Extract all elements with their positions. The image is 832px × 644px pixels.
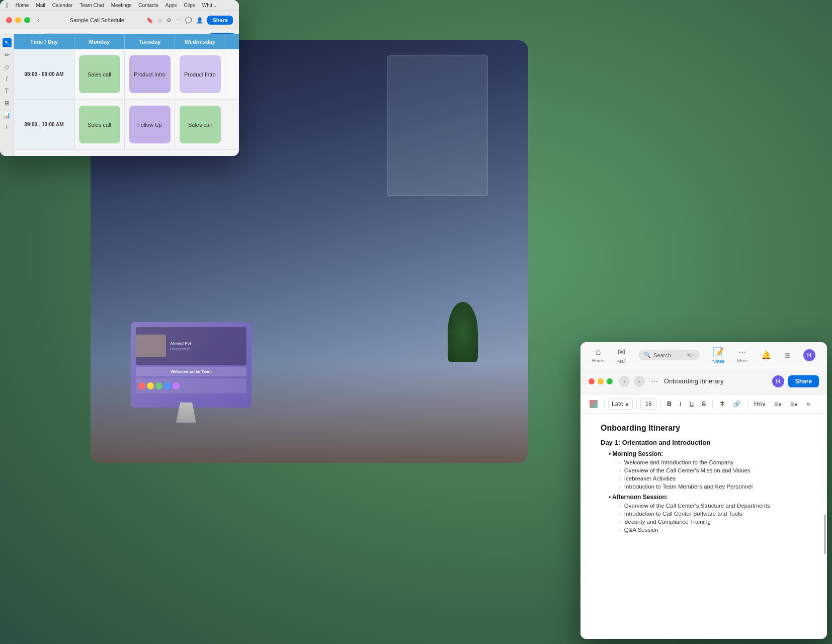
- scrollbar[interactable]: [824, 514, 826, 554]
- menu-insert[interactable]: Team Chat: [79, 3, 104, 8]
- bookmark-icon[interactable]: 🔖: [146, 17, 153, 24]
- menu-tools[interactable]: Contacts: [138, 3, 158, 8]
- line-tool[interactable]: /: [3, 74, 12, 84]
- minimize-button[interactable]: [15, 17, 21, 23]
- notes-search-bar[interactable]: 🔍 Search ⌘F: [639, 350, 699, 360]
- comment-icon[interactable]: 💬: [185, 17, 192, 24]
- notes-window: ⌂ Home ✉ Mail 🔍 Search ⌘F 📝 Notes ··· Mo…: [580, 342, 827, 639]
- list-item: ○ Overview of the Call Center's Structur…: [601, 503, 807, 509]
- shapes-tool[interactable]: ◇: [3, 62, 12, 71]
- item-text: Introduction to Team Members and Key Per…: [624, 484, 753, 490]
- text-tool[interactable]: T: [3, 87, 12, 96]
- bold-button[interactable]: B: [664, 399, 675, 409]
- window-titlebar: ‹ Sample Call Schedule 🔖 ☆ ⚙ ⋯ 💬 👤 Share: [0, 11, 239, 29]
- sub-bullet-icon: ○: [619, 469, 621, 473]
- item-text: Overview of the Call Center's Structure …: [624, 503, 770, 509]
- time-cell-1: 08:00 - 09:00 AM: [14, 49, 74, 99]
- header-wednesday: Wednesday: [175, 34, 225, 49]
- align-selector[interactable]: ≡ ∨: [771, 399, 785, 409]
- menu-edit[interactable]: Mail: [36, 3, 45, 8]
- sub-bullet-icon: ○: [619, 512, 621, 517]
- header-time: Time / Day: [14, 34, 74, 49]
- people-icon[interactable]: 👤: [196, 17, 203, 24]
- app-home[interactable]: ⌂ Home: [592, 347, 604, 363]
- close-button[interactable]: [589, 378, 595, 384]
- list-item: ○ Icebreaker Activities: [601, 475, 807, 481]
- back-button[interactable]: ‹: [33, 15, 43, 25]
- menu-format[interactable]: Meetings: [111, 3, 132, 8]
- text-color-button[interactable]: [587, 398, 601, 410]
- morning-session-header: • Morning Session:: [601, 450, 807, 457]
- event-card-product-intro-tue[interactable]: Product Intro: [129, 55, 171, 93]
- desk-monitor: Ahmed Pol I'm a product... Welcome to th…: [121, 322, 262, 423]
- close-button[interactable]: [6, 17, 12, 23]
- event-tue-1[interactable]: Product Intro: [125, 49, 175, 99]
- list-item: ○ Introduction to Team Members and Key P…: [601, 484, 807, 490]
- event-card-sales-call-2[interactable]: Sales call: [79, 106, 120, 143]
- item-text: Security and Compliance Training: [624, 519, 711, 525]
- link-button[interactable]: 🔗: [730, 399, 743, 409]
- event-mon-2[interactable]: Sales call: [74, 100, 125, 149]
- app-more[interactable]: ··· More: [737, 347, 748, 363]
- highlight-button[interactable]: ⚗: [716, 399, 728, 409]
- event-wed-2[interactable]: Sales call: [175, 100, 225, 149]
- event-card-sales-call-3[interactable]: Sales call: [180, 106, 221, 143]
- menu-view[interactable]: Calendar: [52, 3, 73, 8]
- event-card-follow-up[interactable]: Follow Up: [129, 106, 171, 143]
- menu-window[interactable]: Apps: [165, 3, 177, 8]
- apple-menu[interactable]: : [6, 2, 9, 9]
- nav-forward[interactable]: ›: [634, 376, 645, 387]
- app-mail[interactable]: ✉ Mail: [617, 347, 626, 364]
- cursor-tool[interactable]: ↖: [3, 38, 12, 47]
- more-icon[interactable]: ⋯: [176, 17, 181, 24]
- notification-icon[interactable]: 🔔: [761, 350, 771, 360]
- event-wed-1[interactable]: Product Intro: [175, 49, 225, 99]
- chevron-down-icon: ∨: [762, 400, 766, 408]
- separator-1: [604, 399, 605, 409]
- media-tool[interactable]: ⊞: [3, 99, 12, 108]
- menu-help[interactable]: Clips: [184, 3, 195, 8]
- heading-selector[interactable]: Hn ∨: [751, 399, 769, 409]
- app-notes[interactable]: 📝 Notes: [712, 347, 724, 364]
- sub-bullet-icon: ○: [619, 504, 621, 509]
- menu-more[interactable]: Whit...: [202, 3, 216, 8]
- star-icon[interactable]: ☆: [157, 17, 162, 24]
- more-tools[interactable]: +: [3, 123, 12, 132]
- link-icon: 🔗: [733, 400, 740, 408]
- notes-share-button[interactable]: Share: [788, 375, 819, 387]
- chart-tool[interactable]: 📊: [3, 111, 12, 120]
- list-item: ○ Q&A Session: [601, 527, 807, 533]
- macos-menubar:  Home Mail Calendar Team Chat Meetings …: [0, 0, 239, 11]
- event-card-sales-call-1[interactable]: Sales call: [79, 55, 120, 93]
- doc-avatar[interactable]: H: [772, 375, 784, 387]
- time-cell-2: 09:00 - 10:00 AM: [14, 100, 74, 149]
- list-item: ○ Welcome and Introduction to the Compan…: [601, 459, 807, 465]
- settings-icon[interactable]: ⚙: [167, 17, 172, 24]
- event-tue-2[interactable]: Follow Up: [125, 100, 175, 149]
- user-avatar[interactable]: H: [803, 349, 815, 361]
- event-mon-1[interactable]: Sales call: [74, 49, 125, 99]
- table-row: 08:00 - 09:00 AM Sales call Product Intr…: [14, 49, 239, 100]
- font-size-selector[interactable]: 16: [640, 398, 656, 410]
- minimize-button[interactable]: [598, 378, 604, 384]
- nav-back[interactable]: ‹: [619, 376, 630, 387]
- nav-buttons: ‹: [33, 15, 43, 25]
- underline-button[interactable]: U: [686, 399, 697, 409]
- pen-tool[interactable]: ✏: [3, 50, 12, 59]
- share-button[interactable]: Share: [207, 16, 233, 25]
- list-selector[interactable]: ≡ ∨: [787, 399, 801, 409]
- maximize-button[interactable]: [607, 378, 613, 384]
- event-card-product-intro-wed[interactable]: Product Intro: [180, 55, 221, 93]
- sidebar-toggle-icon[interactable]: ⊞: [784, 351, 790, 359]
- more-icon: ···: [739, 347, 746, 357]
- more-options-button[interactable]: ⋯: [649, 376, 660, 387]
- item-text: Q&A Session: [624, 527, 658, 533]
- font-selector[interactable]: Lato ∨: [608, 398, 633, 410]
- more-format-button[interactable]: »: [803, 399, 813, 409]
- item-text: Icebreaker Activities: [624, 475, 676, 481]
- menu-file[interactable]: Home: [16, 3, 29, 8]
- maximize-button[interactable]: [24, 17, 30, 23]
- italic-button[interactable]: I: [677, 399, 684, 409]
- notes-content: Onboarding Itinerary Day 1: Orientation …: [580, 414, 827, 639]
- strikethrough-button[interactable]: S: [699, 399, 709, 409]
